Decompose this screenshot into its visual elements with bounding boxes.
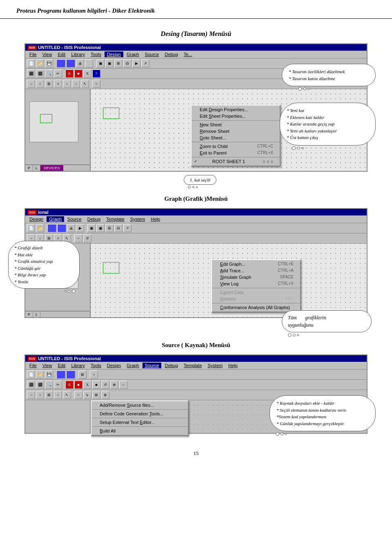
tb3c-b9[interactable]: ⊕ (101, 391, 109, 399)
tb-b3[interactable] (85, 59, 93, 67)
menu3-library[interactable]: Library (69, 363, 87, 368)
tb3a-b7[interactable]: + (90, 370, 98, 379)
menu-edit-design[interactable]: Edit Design Properties... (192, 106, 280, 113)
tb3-hash[interactable]: + (63, 80, 71, 88)
menu3-help[interactable]: Help (226, 363, 240, 368)
tb-open[interactable]: 📂 (36, 59, 44, 67)
tb3b-b11[interactable]: ○ (119, 381, 127, 389)
tb2a-b9[interactable]: ⊞ (105, 224, 114, 232)
tb3c-b6[interactable]: = (74, 391, 82, 399)
menu3-source[interactable]: Source (143, 363, 162, 368)
menu-goto-sheet[interactable]: Goto Sheet... (192, 135, 280, 141)
menu-new-sheet[interactable]: New Sheet (192, 121, 280, 128)
menu-remove-sheet[interactable]: Remove Sheet (192, 128, 280, 135)
tb3c-b5[interactable]: ↖ (63, 391, 71, 399)
menu3-debug[interactable]: Debug (162, 363, 180, 368)
tb3-b3[interactable]: ≡ (54, 80, 62, 88)
menu-simulate-graph[interactable]: Simulate Graph SPACE (212, 274, 300, 280)
menu3-template[interactable]: Template (181, 363, 205, 368)
source-dropdown[interactable]: Add/Remove Source files... Define Code G… (91, 400, 189, 436)
menu3-design[interactable]: Design (105, 363, 123, 368)
tb3b-b8[interactable]: ☻ (92, 381, 100, 389)
menu2-graph[interactable]: Graph (47, 216, 64, 222)
menu-graph[interactable]: Graph (124, 52, 142, 57)
tb2a-b3[interactable] (47, 224, 56, 232)
tb3c-b8[interactable]: ⊞ (92, 391, 100, 399)
menu2-template[interactable]: Template (104, 216, 127, 222)
btn2-l[interactable]: L (33, 312, 40, 317)
menubar-1[interactable]: File View Edit Library Tools Design Grap… (25, 51, 367, 58)
tb2a-b7[interactable]: ▣ (87, 224, 96, 232)
menu-add-remove-source[interactable]: Add/Remove Source files... (91, 402, 188, 408)
menu3-tools[interactable]: Tools (88, 363, 104, 368)
menu-source[interactable]: Source (143, 52, 162, 57)
tb2-b2[interactable]: ⬛ (36, 70, 44, 78)
graph-dropdown[interactable]: Edit Graph... CTRL+E Add Trace... CTRL+A… (211, 259, 301, 313)
tb3a-b5[interactable] (66, 370, 75, 379)
tb-b7[interactable]: ⊟ (123, 59, 131, 67)
tb3a-b1[interactable]: 📄 (27, 370, 35, 379)
menu-library[interactable]: Library (69, 52, 87, 57)
tb2b-b7[interactable]: ↺ (83, 234, 91, 242)
btn-l[interactable]: L (33, 165, 40, 171)
tb3-b1[interactable]: → (27, 80, 35, 88)
tb2-b4[interactable]: ✂ (54, 70, 62, 78)
tb2a-b5[interactable]: 🖨 (67, 224, 75, 232)
tb3c-b1[interactable]: → (27, 391, 35, 399)
tb3-b4[interactable]: + (72, 80, 80, 88)
tb2a-b11[interactable]: ↗ (123, 224, 131, 232)
tb3c-b7[interactable]: ↳ (83, 391, 91, 399)
tb2a-b4[interactable] (57, 224, 66, 232)
tb3a-b3[interactable]: 💾 (45, 370, 53, 379)
menu-edit[interactable]: Edit (55, 52, 68, 57)
tb3c-b4[interactable]: + (54, 391, 62, 399)
tb2-b7[interactable]: X (83, 70, 91, 78)
menu-define-code[interactable]: Define Code Generation Tools... (91, 410, 188, 417)
tb3b-b9[interactable]: ↺ (101, 381, 109, 389)
tb3-b2[interactable]: ⊞ (45, 80, 53, 88)
menu2-debug[interactable]: Debug (85, 216, 103, 222)
menu3-file[interactable]: File (27, 363, 39, 368)
tb3-plus[interactable]: + (36, 80, 44, 88)
menu-build-all[interactable]: Build All (91, 428, 188, 434)
tb2a-b8[interactable]: ▣ (96, 224, 105, 232)
tb3b-b6[interactable]: ■ (74, 381, 82, 389)
menubar-2[interactable]: Design Graph Source Debug Template Syste… (25, 215, 367, 223)
btn-p[interactable]: P (25, 165, 33, 171)
tb3a-b4[interactable] (56, 370, 65, 379)
tb2a-b10[interactable]: ⊟ (114, 224, 122, 232)
tb-b4[interactable]: ▣ (96, 59, 105, 67)
menu-debug[interactable]: Debug (162, 52, 180, 57)
menu-root-sheet[interactable]: ROOT SHEET 1 ○ ○ ○ (192, 158, 280, 165)
menu3-view[interactable]: View (40, 363, 55, 368)
menu-setup-editor[interactable]: Setup External Text Editor... (91, 419, 188, 426)
tb3-arr[interactable]: ↖ (81, 80, 89, 88)
tb3b-b10[interactable]: ⊕ (110, 381, 118, 389)
tb3-b5[interactable]: = (92, 80, 100, 88)
tb2a-b2[interactable]: 📂 (36, 224, 44, 232)
tb-b6[interactable]: ⊞ (114, 59, 122, 67)
tb3b-b2[interactable]: ⬛ (36, 381, 44, 389)
tb-b5[interactable]: ▣ (105, 59, 114, 67)
menubar-3[interactable]: File View Edit Library Tools Design Grap… (25, 362, 367, 370)
menu3-system[interactable]: System (205, 363, 225, 368)
tb2-b8[interactable]: ? (92, 70, 100, 78)
tb2-b3[interactable]: 🔍 (45, 70, 53, 78)
tb-print[interactable]: 🖨 (76, 59, 84, 67)
menu-te[interactable]: Te... (181, 52, 195, 57)
tb2-b6[interactable]: ■ (74, 70, 82, 78)
tb-b9[interactable]: ↗ (141, 59, 149, 67)
tb3b-b1[interactable]: ⬛ (27, 381, 35, 389)
menu-add-trace[interactable]: Add Trace... CTRL+A (212, 267, 300, 274)
menu-design[interactable]: Design (105, 52, 123, 57)
tb-b1[interactable] (56, 59, 65, 67)
menu-zoom-child[interactable]: Zoom to Child CTRL+C (192, 143, 280, 150)
tb2a-b6[interactable]: ▶ (76, 224, 84, 232)
menu-edit-graph[interactable]: Edit Graph... CTRL+E (212, 261, 300, 267)
tb3b-b4[interactable]: ✂ (54, 381, 62, 389)
tb3a-b6[interactable]: ⊞ (78, 370, 87, 379)
tb3b-b3[interactable]: 🔍 (45, 381, 53, 389)
menu-view[interactable]: View (40, 52, 55, 57)
tb2a-b1[interactable]: 📄 (27, 224, 35, 232)
menu-tools[interactable]: Tools (88, 52, 104, 57)
